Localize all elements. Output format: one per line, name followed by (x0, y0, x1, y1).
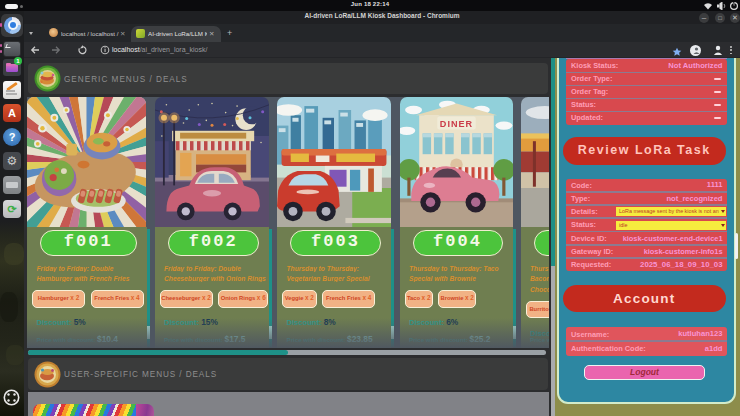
svg-text:DINER: DINER (439, 119, 472, 129)
